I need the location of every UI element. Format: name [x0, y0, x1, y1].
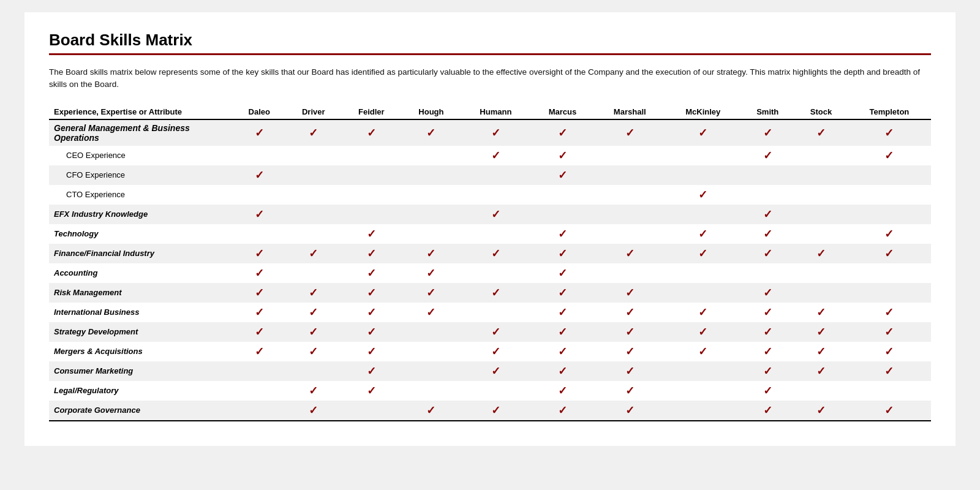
skill-check-cell: [594, 185, 665, 205]
checkmark-icon: ✓: [255, 127, 264, 139]
description-text: The Board skills matrix below represents…: [49, 66, 931, 91]
skill-check-cell: ✓: [741, 342, 794, 361]
checkmark-icon: ✓: [625, 345, 635, 358]
skill-check-cell: ✓: [594, 381, 665, 401]
header-skill: Experience, Expertise or Attribute: [49, 105, 233, 119]
checkmark-icon: ✓: [884, 306, 894, 318]
skill-label: EFX Industry Knowledge: [49, 205, 233, 224]
skill-check-cell: ✓: [594, 244, 665, 263]
table-row: Risk Management✓✓✓✓✓✓✓✓: [49, 283, 931, 303]
skill-check-cell: ✓: [461, 401, 531, 421]
checkmark-icon: ✓: [763, 247, 772, 260]
skill-check-cell: [741, 263, 794, 283]
skill-check-cell: [286, 146, 341, 165]
skill-check-cell: [233, 381, 286, 401]
header-feidler: Feidler: [341, 105, 402, 119]
table-row: Consumer Marketing✓✓✓✓✓✓✓: [49, 361, 931, 381]
checkmark-icon: ✓: [558, 228, 567, 240]
skill-check-cell: ✓: [594, 342, 665, 361]
skill-label: Legal/Regulatory: [49, 381, 233, 401]
checkmark-icon: ✓: [309, 345, 318, 358]
checkmark-icon: ✓: [367, 228, 376, 240]
checkmark-icon: ✓: [763, 326, 772, 338]
skill-check-cell: [665, 146, 741, 165]
skill-check-cell: ✓: [341, 283, 402, 303]
header-humann: Humann: [461, 105, 531, 119]
skill-check-cell: [848, 165, 931, 185]
skill-check-cell: [286, 361, 341, 381]
checkmark-icon: ✓: [763, 228, 772, 240]
page-title: Board Skills Matrix: [49, 31, 931, 50]
header-marshall: Marshall: [594, 105, 665, 119]
skill-check-cell: ✓: [794, 342, 848, 361]
skill-check-cell: ✓: [665, 303, 741, 322]
skill-check-cell: ✓: [531, 224, 595, 244]
table-row: Corporate Governance✓✓✓✓✓✓✓✓: [49, 401, 931, 421]
checkmark-icon: ✓: [816, 247, 826, 260]
skill-check-cell: ✓: [233, 119, 286, 146]
skill-label: Consumer Marketing: [49, 361, 233, 381]
checkmark-icon: ✓: [255, 169, 264, 181]
skill-check-cell: ✓: [341, 322, 402, 342]
skill-check-cell: [341, 165, 402, 185]
checkmark-icon: ✓: [367, 306, 376, 318]
skill-check-cell: ✓: [531, 322, 595, 342]
skill-check-cell: ✓: [848, 361, 931, 381]
checkmark-icon: ✓: [367, 247, 376, 260]
skill-label: CTO Experience: [49, 185, 233, 205]
checkmark-icon: ✓: [558, 169, 567, 181]
checkmark-icon: ✓: [558, 127, 567, 139]
checkmark-icon: ✓: [625, 326, 635, 338]
checkmark-icon: ✓: [255, 326, 264, 338]
skill-check-cell: ✓: [402, 283, 461, 303]
skill-check-cell: [341, 146, 402, 165]
skill-check-cell: ✓: [741, 381, 794, 401]
checkmark-icon: ✓: [367, 326, 376, 338]
checkmark-icon: ✓: [558, 385, 567, 397]
skill-check-cell: ✓: [794, 119, 848, 146]
skill-label: Mergers & Acquisitions: [49, 342, 233, 361]
table-row: EFX Industry Knowledge✓✓✓: [49, 205, 931, 224]
skill-check-cell: ✓: [341, 263, 402, 283]
checkmark-icon: ✓: [763, 385, 772, 397]
skill-check-cell: [794, 185, 848, 205]
skill-check-cell: [794, 165, 848, 185]
table-row: CFO Experience✓✓: [49, 165, 931, 185]
skill-check-cell: [665, 361, 741, 381]
checkmark-icon: ✓: [698, 247, 707, 260]
skill-check-cell: ✓: [341, 303, 402, 322]
skill-check-cell: ✓: [531, 342, 595, 361]
skill-check-cell: ✓: [286, 119, 341, 146]
skill-check-cell: ✓: [741, 224, 794, 244]
skill-check-cell: ✓: [848, 342, 931, 361]
checkmark-icon: ✓: [255, 287, 264, 299]
skill-check-cell: ✓: [461, 205, 531, 224]
checkmark-icon: ✓: [309, 287, 318, 299]
skill-check-cell: [286, 205, 341, 224]
skill-check-cell: ✓: [461, 146, 531, 165]
skill-check-cell: [848, 263, 931, 283]
skill-check-cell: ✓: [461, 361, 531, 381]
skill-check-cell: ✓: [531, 244, 595, 263]
skill-check-cell: ✓: [594, 401, 665, 421]
skill-check-cell: ✓: [531, 283, 595, 303]
skill-check-cell: [402, 146, 461, 165]
skill-check-cell: ✓: [341, 342, 402, 361]
checkmark-icon: ✓: [491, 345, 500, 358]
skill-check-cell: ✓: [531, 361, 595, 381]
skill-check-cell: ✓: [741, 303, 794, 322]
skill-check-cell: ✓: [286, 342, 341, 361]
checkmark-icon: ✓: [698, 228, 707, 240]
skill-check-cell: [794, 381, 848, 401]
skill-check-cell: [286, 263, 341, 283]
checkmark-icon: ✓: [816, 404, 826, 417]
table-row: Mergers & Acquisitions✓✓✓✓✓✓✓✓✓✓: [49, 342, 931, 361]
skill-check-cell: [594, 146, 665, 165]
checkmark-icon: ✓: [558, 326, 567, 338]
checkmark-icon: ✓: [491, 149, 500, 162]
checkmark-icon: ✓: [558, 287, 567, 299]
table-row: Technology✓✓✓✓✓: [49, 224, 931, 244]
checkmark-icon: ✓: [367, 287, 376, 299]
checkmark-icon: ✓: [255, 306, 264, 318]
checkmark-icon: ✓: [625, 365, 635, 377]
